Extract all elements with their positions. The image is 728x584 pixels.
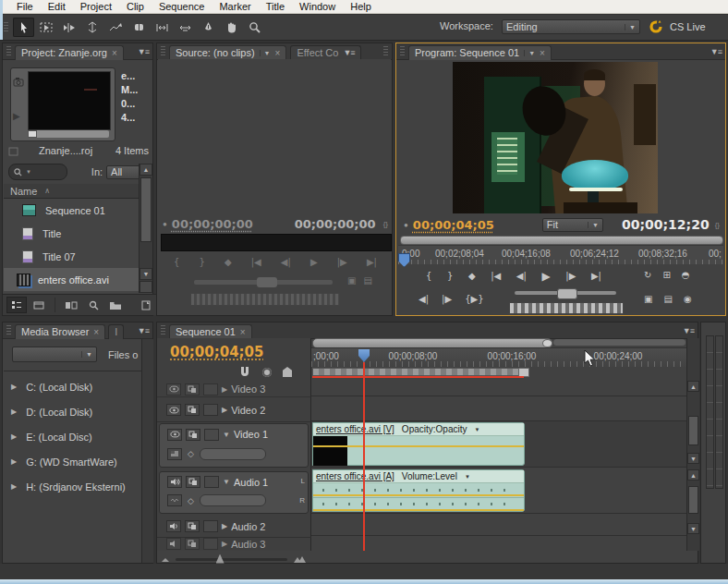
step-back-button[interactable]: ◀| <box>516 272 527 281</box>
chevron-down-icon[interactable]: ▼ <box>474 427 479 432</box>
poster-frame-icon[interactable] <box>13 77 25 87</box>
goto-out-button[interactable]: ▶| <box>367 258 377 267</box>
program-panel-grip[interactable] <box>400 46 405 57</box>
close-icon[interactable]: × <box>275 48 281 58</box>
program-current-timecode[interactable]: 00;00;04;05 <box>413 218 494 232</box>
track-fade-slider[interactable] <box>200 448 266 460</box>
track-lock-toggle[interactable] <box>204 429 219 441</box>
media-browser-dropdown[interactable]: ▼ <box>12 347 97 362</box>
media-browser-scrollbar[interactable] <box>141 339 153 563</box>
hand-tool-icon[interactable] <box>221 18 242 37</box>
expand-icon[interactable]: ▶ <box>11 482 17 491</box>
menu-sequence[interactable]: Sequence <box>152 1 212 12</box>
track-select-tool-icon[interactable] <box>36 18 57 37</box>
set-in-button[interactable]: { <box>174 258 179 267</box>
razor-tool-icon[interactable] <box>128 18 150 37</box>
find-icon[interactable] <box>85 298 103 312</box>
track-fade-slider[interactable] <box>200 494 266 506</box>
goto-prev-edit-button[interactable]: ◀| <box>419 295 429 304</box>
drive-item[interactable]: ▶ E: (Local Disc) <box>4 424 140 449</box>
set-in-button[interactable]: { <box>426 272 431 281</box>
drive-item[interactable]: ▶ C: (Local Disk) <box>4 374 140 399</box>
loop-button[interactable]: ↻ <box>644 271 651 280</box>
marker-button[interactable]: ◆ <box>224 258 232 267</box>
project-scrollbar[interactable]: ▲ ▼ <box>139 164 152 293</box>
zoom-slider[interactable] <box>176 558 287 561</box>
set-out-button[interactable]: } <box>199 258 204 267</box>
work-area-bar[interactable] <box>312 368 528 376</box>
scrollbar-thumb[interactable] <box>140 177 152 242</box>
scroll-up-icon[interactable]: ▲ <box>140 164 152 176</box>
marker-button[interactable]: ◆ <box>468 272 476 281</box>
expand-icon[interactable]: ▶ <box>222 406 227 414</box>
menu-help[interactable]: Help <box>343 1 379 12</box>
set-out-button[interactable]: } <box>447 272 453 281</box>
zoom-tool-icon[interactable] <box>244 18 265 37</box>
slide-tool-icon[interactable] <box>175 18 196 37</box>
source-viewing-area-bar[interactable] <box>161 234 392 251</box>
sync-lock-icon[interactable] <box>185 520 200 532</box>
close-icon[interactable]: × <box>540 48 545 58</box>
menu-file[interactable]: File <box>9 1 41 12</box>
menu-project[interactable]: Project <box>73 1 119 12</box>
step-forward-button[interactable]: |▶ <box>337 258 347 267</box>
tab-media-browser[interactable]: Media Browser × <box>15 324 105 339</box>
track-lock-toggle[interactable] <box>203 383 218 395</box>
expand-icon[interactable]: ▶ <box>11 383 17 391</box>
expand-icon[interactable]: ▶ <box>222 385 227 394</box>
program-cti[interactable] <box>398 253 410 267</box>
zoom-in-icon[interactable] <box>293 555 307 564</box>
program-jog[interactable] <box>509 302 624 314</box>
toggle-track-output-icon[interactable] <box>166 404 181 416</box>
menu-edit[interactable]: Edit <box>41 1 73 12</box>
timeline-grip[interactable] <box>161 325 165 336</box>
volume-rubber-band[interactable] <box>313 509 524 511</box>
audio2-lane[interactable] <box>311 514 686 536</box>
snap-icon[interactable] <box>238 366 251 378</box>
play-in-out-button[interactable]: {▶} <box>465 295 483 304</box>
program-ruler[interactable]: 0;00 00;02;08;04 00;04;16;08 00;06;24;12… <box>398 245 723 264</box>
sync-lock-icon[interactable] <box>185 538 200 550</box>
opacity-rubber-band[interactable] <box>313 445 524 447</box>
source-current-timecode[interactable]: 00;00;00;00 <box>172 217 253 231</box>
video-clip[interactable]: enters office.avi [V] Opacity:Opacity ▼ <box>312 422 525 466</box>
set-encore-chapter-marker-icon[interactable] <box>262 368 272 377</box>
search-options-icon[interactable]: ▼ <box>26 169 31 175</box>
drive-item[interactable]: ▶ D: (Local Disk) <box>4 399 140 424</box>
expand-icon[interactable]: ▶ <box>11 408 17 416</box>
panel-menu-icon[interactable]: ▼≡ <box>710 47 722 56</box>
slip-tool-icon[interactable] <box>152 18 173 37</box>
panel-menu-icon[interactable]: ▼≡ <box>138 326 149 335</box>
scroll-up-icon[interactable]: ▲ <box>687 381 699 392</box>
menu-clip[interactable]: Clip <box>119 1 152 12</box>
menu-window[interactable]: Window <box>292 1 343 12</box>
scroll-down-icon[interactable]: ▼ <box>687 523 699 534</box>
scroll-down-icon[interactable]: ▼ <box>687 453 699 464</box>
list-item[interactable]: Title 07 <box>4 245 139 268</box>
expand-icon[interactable]: ▶ <box>11 432 17 441</box>
toggle-track-output-icon[interactable] <box>167 429 182 441</box>
panel-menu-icon[interactable]: ▼≡ <box>343 48 354 57</box>
media-browser-grip[interactable] <box>6 325 11 336</box>
selection-tool-icon[interactable] <box>13 18 34 37</box>
chevron-down-icon[interactable]: ▼ <box>260 50 271 56</box>
panel-menu-icon[interactable]: ▼≡ <box>138 47 149 56</box>
list-item[interactable]: Sequence 01 <box>4 199 139 222</box>
pen-tool-icon[interactable] <box>198 18 219 37</box>
timeline-current-timecode[interactable]: 00;00;04;05 <box>170 344 264 360</box>
toggle-track-output-speaker-icon[interactable] <box>166 538 181 550</box>
drive-item[interactable]: ▶ G: (WD SmartWare) <box>4 449 140 474</box>
icon-view-icon[interactable] <box>30 298 48 312</box>
sync-lock-icon[interactable] <box>185 404 200 416</box>
panel-menu-icon[interactable]: ▼≡ <box>683 326 694 335</box>
workspace-dropdown[interactable]: Editing ▼ <box>502 19 640 34</box>
set-unnumbered-marker-icon[interactable] <box>283 367 292 377</box>
search-input[interactable]: ▼ <box>8 164 67 180</box>
step-back-button[interactable]: ◀| <box>281 258 291 267</box>
ripple-edit-tool-icon[interactable] <box>59 18 80 37</box>
set-display-style-icon[interactable] <box>167 494 182 506</box>
goto-in-button[interactable]: |◀ <box>251 258 261 267</box>
expand-icon[interactable]: ▶ <box>11 457 17 466</box>
play-button[interactable]: ▶ <box>310 258 318 267</box>
tab-sequence-01[interactable]: Sequence 01 × <box>169 324 252 339</box>
